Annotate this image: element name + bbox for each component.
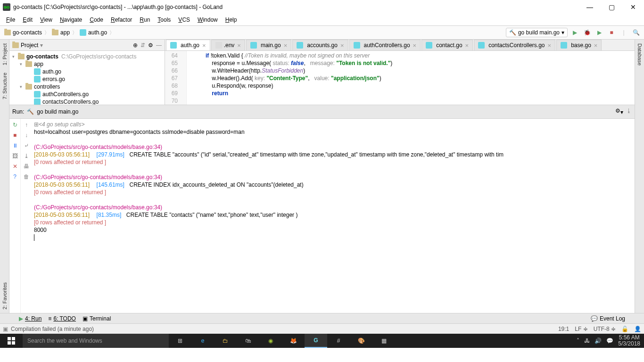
taskbar-app-edge[interactable]: e: [191, 334, 214, 348]
close-icon[interactable]: ×: [284, 42, 288, 49]
bottom-tab-run[interactable]: ▶4: Run: [19, 315, 41, 322]
chevron-down-icon[interactable]: ▾: [20, 84, 25, 89]
close-icon[interactable]: ×: [465, 42, 469, 49]
stop-button[interactable]: ■: [606, 27, 617, 38]
editor-tab-contact[interactable]: contact.go×: [421, 40, 473, 50]
start-button[interactable]: [0, 334, 23, 348]
close-icon[interactable]: ×: [202, 42, 206, 49]
event-log-button[interactable]: 💬Event Log: [591, 315, 625, 322]
tree-file[interactable]: auth.go: [9, 68, 165, 75]
up-button[interactable]: ↑: [22, 121, 31, 129]
taskbar-app-explorer[interactable]: 🗀: [214, 334, 237, 348]
project-tree[interactable]: ▾go-contactsC:\GoProjects\src\go-contact…: [9, 51, 165, 105]
hector-icon[interactable]: 👤: [634, 326, 641, 332]
maximize-button[interactable]: ▢: [601, 0, 622, 14]
debug-button[interactable]: 🐞: [582, 27, 592, 38]
editor-tab-authcontrollers[interactable]: authControllers.go×: [349, 40, 421, 50]
menu-view[interactable]: View: [37, 16, 56, 24]
taskbar-app-paint[interactable]: 🎨: [350, 334, 372, 348]
bottom-tab-terminal[interactable]: ▣Terminal: [83, 315, 111, 322]
taskbar-app-store[interactable]: 🛍: [237, 334, 259, 348]
rerun-button[interactable]: ↻: [11, 121, 19, 129]
breadcrumb-item[interactable]: app: [50, 29, 71, 36]
stop-button[interactable]: ■: [11, 131, 19, 140]
taskbar-app-android[interactable]: ◉: [259, 334, 282, 348]
chevron-down-icon[interactable]: ▾: [40, 42, 43, 49]
editor-tab-base[interactable]: base.go×: [556, 40, 602, 50]
tray-volume-icon[interactable]: 🔊: [594, 337, 602, 344]
taskbar-app-firefox[interactable]: 🦊: [282, 334, 305, 348]
lock-icon[interactable]: 🔓: [621, 326, 628, 332]
editor-tab-main[interactable]: main.go×: [246, 40, 291, 50]
tool-tab-project[interactable]: 1: Project: [1, 40, 8, 69]
minimize-button[interactable]: —: [579, 0, 601, 14]
status-icon[interactable]: ▣: [3, 326, 8, 332]
hide-icon[interactable]: ⭳: [626, 107, 632, 115]
editor-tab-auth[interactable]: auth.go×: [166, 40, 210, 50]
tree-root[interactable]: ▾go-contactsC:\GoProjects\src\go-contact…: [9, 53, 165, 60]
close-button[interactable]: ✕: [622, 0, 644, 14]
close-icon[interactable]: ×: [237, 42, 241, 49]
menu-run[interactable]: Run: [136, 16, 153, 24]
close-button[interactable]: ✕: [11, 162, 19, 171]
close-icon[interactable]: ×: [594, 42, 598, 49]
code-content[interactable]: if !token.Valid { //Token is invalid, ma…: [187, 51, 635, 105]
menu-edit[interactable]: Edit: [19, 16, 36, 24]
taskbar-app-slack[interactable]: #: [327, 334, 350, 348]
editor-tab-accounts[interactable]: accounts.go×: [292, 40, 348, 50]
editor-tab-contactscontrollers[interactable]: contactsControllers.go×: [474, 40, 555, 50]
taskbar-search[interactable]: Search the web and Windows: [23, 334, 169, 348]
menu-file[interactable]: File: [3, 16, 18, 24]
hide-icon[interactable]: —: [156, 42, 162, 49]
taskbar-clock[interactable]: 5:56 AM5/3/2018: [618, 335, 640, 347]
tree-folder[interactable]: ▾app: [9, 60, 165, 68]
caret-position[interactable]: 19:1: [558, 326, 569, 332]
breadcrumb-item[interactable]: go-contacts: [3, 29, 43, 36]
collapse-icon[interactable]: ⇵: [140, 42, 145, 49]
chevron-down-icon[interactable]: ▾: [12, 54, 18, 59]
gear-icon[interactable]: ⚙: [148, 42, 153, 49]
wrap-button[interactable]: ⤶: [22, 141, 31, 150]
close-icon[interactable]: ×: [548, 42, 552, 49]
pause-button[interactable]: ⏸: [11, 141, 19, 150]
menu-code[interactable]: Code: [86, 16, 107, 24]
menu-tools[interactable]: Tools: [154, 16, 174, 24]
clear-button[interactable]: 🗑: [22, 173, 31, 181]
taskbar-app-goland[interactable]: G: [305, 334, 327, 348]
editor-tab-env[interactable]: .env×: [211, 40, 245, 50]
line-separator[interactable]: LF ≑: [575, 326, 587, 332]
tray-notifications-icon[interactable]: 💬: [606, 337, 613, 344]
target-icon[interactable]: ⊕: [133, 42, 138, 49]
run-button[interactable]: ▶: [570, 27, 580, 38]
console-output[interactable]: ⊞<4 go setup calls> host=localhost user=…: [32, 119, 635, 313]
tool-tab-favorites[interactable]: 2: Favorites: [1, 279, 8, 313]
tree-file[interactable]: contactsControllers.go: [9, 98, 165, 105]
tool-tab-database[interactable]: Database: [636, 40, 644, 69]
bottom-tab-todo[interactable]: ≡6: TODO: [48, 315, 76, 322]
down-button[interactable]: ↓: [22, 131, 31, 140]
search-everywhere-button[interactable]: 🔍: [631, 27, 641, 38]
tray-chevron-up-icon[interactable]: ˄: [577, 337, 579, 344]
menu-window[interactable]: Window: [194, 16, 221, 24]
tray-network-icon[interactable]: 🖧: [584, 337, 590, 344]
menu-help[interactable]: Help: [222, 16, 240, 24]
menu-vcs[interactable]: VCS: [175, 16, 193, 24]
tool-tab-structure[interactable]: 7: Structure: [1, 69, 8, 103]
menu-refactor[interactable]: Refactor: [107, 16, 135, 24]
close-icon[interactable]: ×: [413, 42, 417, 49]
coverage-button[interactable]: ▶: [594, 27, 604, 38]
taskbar-app-taskview[interactable]: ⊞: [169, 334, 191, 348]
encoding[interactable]: UTF-8 ≑: [594, 326, 616, 332]
menu-navigate[interactable]: Navigate: [57, 16, 85, 24]
dump-button[interactable]: 🖾: [11, 152, 19, 160]
code-editor[interactable]: 64656667686970 if !token.Valid { //Token…: [165, 51, 635, 105]
scroll-button[interactable]: ⤓: [22, 152, 31, 160]
help-button[interactable]: ?: [11, 173, 19, 181]
tree-file[interactable]: errors.go: [9, 75, 165, 83]
gear-icon[interactable]: ⚙▾: [615, 107, 623, 115]
close-icon[interactable]: ×: [340, 42, 344, 49]
run-config-selector[interactable]: 🔨 go build main.go ▾: [506, 28, 568, 37]
print-button[interactable]: 🖶: [22, 162, 31, 171]
breadcrumb-item[interactable]: auth.go: [78, 29, 108, 36]
taskbar-app-generic[interactable]: ▦: [372, 334, 395, 348]
